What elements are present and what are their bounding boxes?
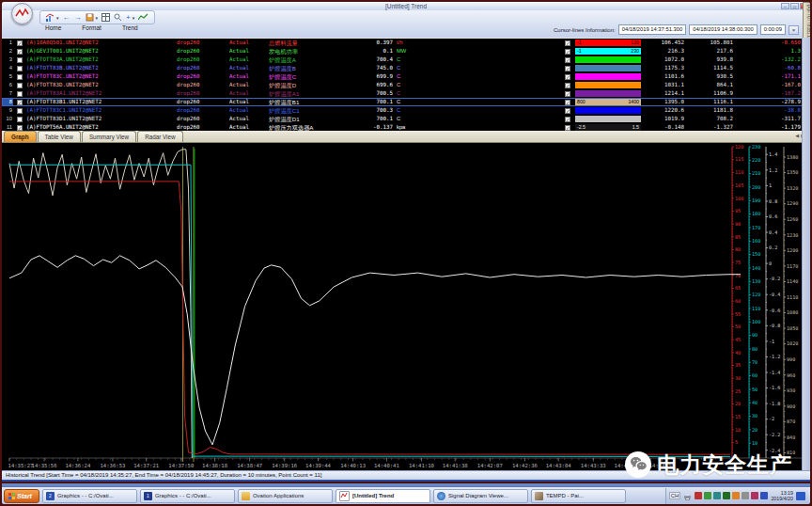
tray-icon[interactable] [723,492,730,499]
plot-checkbox[interactable]: ✓ [565,74,570,80]
language-indicator[interactable]: CH [669,492,681,499]
cursor2-time-field[interactable]: 04/18/2019 14:38:00.300 [689,24,757,35]
cursor2-value: 1106.9 [684,89,733,98]
axis-checkbox[interactable]: ✓ [17,125,23,131]
start-button[interactable]: Start [4,489,39,503]
table-row[interactable]: 5(A)FTOTT83C.UNIT2@NET2drop260Actual炉膛温度… [2,72,810,81]
axis-checkbox[interactable] [17,74,23,80]
svg-text:14:39:44: 14:39:44 [305,463,332,468]
table-row[interactable]: 3(A)FTOTT83A.UNIT2@NET2drop260Actual炉膛温度… [2,55,810,64]
zoom-icon[interactable] [114,13,122,22]
color-swatch[interactable] [575,56,641,63]
tray-icon[interactable] [704,492,711,499]
plot-checkbox[interactable]: ✓ [565,91,570,97]
axis-checkbox[interactable]: ✓ [17,100,23,105]
tray-icon[interactable] [732,492,740,499]
row-number: 4 [2,64,13,72]
plot-checkbox[interactable]: ✓ [565,83,570,88]
plot-checkbox[interactable]: ✓ [565,125,570,131]
tab-table-view[interactable]: Table View [38,131,81,142]
color-swatch[interactable]: 8001400 [575,99,641,105]
menu-item-trend[interactable]: Trend [122,24,138,31]
table-row[interactable]: 8✓(A)FTOTT83B1.UNIT2@NET2drop260Actual炉膛… [2,98,810,106]
svg-text:0.8: 0.8 [769,198,777,204]
window-scrollbar[interactable] [802,38,810,470]
color-swatch[interactable] [575,107,641,114]
color-swatch[interactable]: -2.51.5 [575,124,641,131]
trend-type-icon[interactable] [46,13,55,22]
taskbar-clock[interactable]: 13:192019/4/20 [771,490,793,501]
plot-checkbox[interactable]: ✓ [565,100,570,105]
axis-checkbox[interactable] [17,57,23,63]
maximize-button[interactable]: □ [790,3,799,9]
axis-checkbox[interactable] [17,117,23,122]
svg-text:14:36:53: 14:36:53 [100,463,125,468]
cursor-info-close-icon[interactable]: × [789,25,799,35]
table-row[interactable]: 4(A)FTOTT83B.UNIT2@NET2drop260Actual炉膛温度… [2,64,810,72]
plot-checkbox[interactable]: ✓ [565,57,570,63]
svg-text:120: 120 [752,292,760,297]
table-row[interactable]: 10(A)FTOTT83D1.UNIT2@NET2drop260Actual炉膛… [2,115,810,123]
dropdown-caret-icon[interactable]: ▾ [56,15,59,21]
axis-checkbox[interactable] [17,91,23,97]
minimize-button[interactable]: – [781,3,789,9]
dropdown-caret-icon[interactable]: ▾ [133,15,135,21]
table-row[interactable]: 7(A)FTOTT83A1.UNIT2@NET2drop260Actual炉膛温… [2,89,810,98]
dropdown-caret-icon[interactable]: ▾ [96,15,99,21]
axis-checkbox[interactable] [17,83,23,88]
tray-icon[interactable] [742,492,749,499]
tray-icon[interactable] [713,492,721,499]
svg-text:50: 50 [752,387,757,392]
axis-checkbox[interactable]: ✓ [17,40,23,46]
taskbar-button-graphics-c-ovati[interactable]: 1Graphics - - C:/Ovati... [140,489,235,503]
table-row[interactable]: 6(A)FTOTT83D.UNIT2@NET2drop260Actual炉膛温度… [2,81,810,89]
table-row[interactable]: 1✓(A)10A0Q501.UNIT2@NET2drop260Actual总燃料… [2,39,810,47]
taskbar-button-ovation-applications[interactable]: Ovation Applications [238,489,333,503]
tab-graph[interactable]: Graph [4,131,37,142]
color-swatch[interactable] [575,65,641,71]
printer-icon[interactable] [683,487,692,504]
axis-checkbox[interactable]: ✓ [17,49,23,55]
color-swatch[interactable] [575,82,641,88]
menu-item-home[interactable]: Home [45,24,61,31]
plot-checkbox[interactable]: ✓ [565,40,570,46]
sparkline-icon[interactable] [138,13,148,22]
network-icon[interactable] [796,492,805,500]
tab-radar-view[interactable]: Radar View [137,131,182,142]
table-row[interactable]: 2✓(A)GEVJT001.UNIT2@NET2drop260Actual发电机… [2,47,810,55]
point-unit: C [393,55,419,64]
color-swatch[interactable]: -1120 [575,40,641,46]
tab-summary-view[interactable]: Summary View [82,131,136,142]
taskbar-button-signal-diagram-viewe[interactable]: Signal Diagram Viewe... [433,489,528,503]
forward-arrow-icon[interactable]: → [74,13,82,23]
cursor-delta-field[interactable]: 0:00:09 [760,24,786,35]
plot-checkbox[interactable]: ✓ [565,117,570,122]
taskbar-button-untitled-trend[interactable]: [Untitled] Trend [336,489,430,503]
svg-text:230: 230 [752,144,760,150]
grid-icon[interactable] [102,13,110,22]
axis-checkbox[interactable] [17,66,23,71]
trend-chart[interactable]: 14:35:2714:35:5614:36:2414:36:5314:37:21… [2,143,810,470]
tray-icon[interactable] [760,492,768,499]
color-swatch[interactable]: -1230 [575,48,641,55]
app-logo-icon[interactable] [11,3,33,24]
plot-checkbox[interactable]: ✓ [565,108,570,114]
back-arrow-icon[interactable]: ← [63,13,70,23]
export-icon[interactable] [86,13,94,22]
color-swatch[interactable] [575,116,641,122]
cursor1-value: 1031.1 [643,81,684,89]
taskbar-button-graphics-c-ovati[interactable]: 2Graphics - - C:/Ovati... [42,489,137,503]
color-swatch[interactable] [575,73,641,80]
menu-item-format[interactable]: Format [82,24,102,31]
cursor1-time-field[interactable]: 04/18/2019 14:37:51.300 [618,24,686,35]
tray-icon[interactable] [695,492,702,499]
table-row[interactable]: 9(A)FTOTT83C1.UNIT2@NET2drop260Actual炉膛温… [2,106,810,115]
taskbar-button-tempd-pai[interactable]: TEMPD - Pai... [531,489,626,503]
svg-text:14:37:50: 14:37:50 [168,463,194,468]
plot-checkbox[interactable]: ✓ [565,66,570,71]
axis-checkbox[interactable] [17,108,23,114]
tray-icon[interactable] [751,492,758,499]
add-icon[interactable]: + [126,13,131,23]
color-swatch[interactable] [575,90,641,97]
plot-checkbox[interactable]: ✓ [565,49,570,55]
